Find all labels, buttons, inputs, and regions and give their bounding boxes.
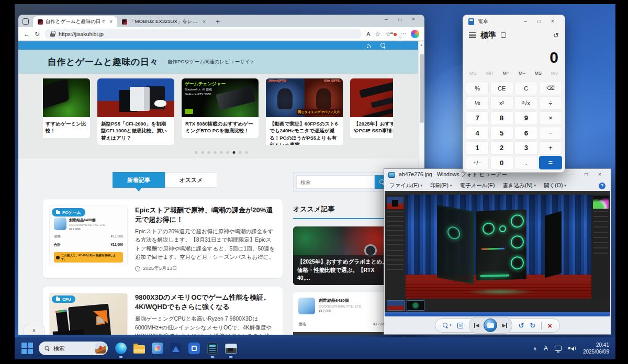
carousel-dots[interactable] bbox=[195, 151, 248, 154]
network-icon[interactable] bbox=[555, 346, 562, 351]
menu-open[interactable]: 開く(O)▾ bbox=[544, 182, 566, 189]
help-icon[interactable]: ? bbox=[599, 183, 605, 189]
key-equals[interactable]: = bbox=[539, 156, 562, 169]
search-input[interactable] bbox=[296, 175, 375, 189]
taskbar-clock[interactable]: 20:41 2025/06/09 bbox=[583, 342, 609, 355]
key-8[interactable]: 8 bbox=[490, 111, 513, 125]
browser-minimize-button[interactable]: – bbox=[379, 17, 393, 22]
next-button[interactable]: ▶ bbox=[502, 323, 507, 328]
tray-chevron-icon[interactable]: ∧ bbox=[533, 346, 537, 351]
tab-close-icon[interactable]: × bbox=[109, 19, 113, 25]
scrollbar-thumb[interactable] bbox=[420, 54, 424, 123]
taskbar-file-explorer[interactable] bbox=[132, 341, 146, 356]
key-backspace[interactable]: ⌫ bbox=[539, 82, 562, 95]
history-icon[interactable]: ↺ bbox=[553, 31, 559, 39]
browser-tab-inactive[interactable]: 「MOBIUZ EX321UX」をレビュー。HD × bbox=[117, 16, 210, 27]
new-tab-button[interactable]: + bbox=[216, 17, 220, 26]
rss-icon[interactable] bbox=[366, 43, 372, 49]
article-item[interactable]: PCゲーム 創世結晶6480個 COGNOSPHERE PTE. LTD. ¥1… bbox=[43, 199, 283, 278]
key-square[interactable]: x² bbox=[490, 96, 513, 110]
slideshow-button[interactable] bbox=[484, 318, 497, 332]
menu-file[interactable]: ファイル(F)▾ bbox=[389, 182, 422, 189]
browser-close-button[interactable]: × bbox=[407, 17, 420, 22]
menu-print[interactable]: 印刷(P)▾ bbox=[430, 182, 452, 189]
memory-list-button[interactable]: M∨ bbox=[551, 71, 558, 76]
zoom-button[interactable]: ▾ bbox=[443, 323, 452, 328]
article-item[interactable]: CPU 9800X3DのメモリOCでゲーム性能を検証。4K/WQHDでもさらに強… bbox=[43, 287, 283, 335]
taskbar-blue-app[interactable] bbox=[187, 341, 201, 356]
key-4[interactable]: 4 bbox=[466, 126, 489, 140]
taskbar-photo-viewer[interactable] bbox=[224, 341, 238, 356]
keep-on-top-icon[interactable] bbox=[501, 32, 506, 38]
key-5[interactable]: 5 bbox=[490, 126, 513, 140]
rotate-right-button[interactable]: ↻ bbox=[530, 322, 535, 329]
scroll-to-top-button[interactable]: ∧ bbox=[24, 325, 44, 335]
taskbar-edge[interactable] bbox=[114, 341, 128, 356]
rotate-left-button[interactable]: ↺ bbox=[518, 322, 524, 329]
copilot-icon[interactable] bbox=[411, 30, 419, 38]
key-add[interactable]: + bbox=[539, 141, 562, 155]
key-3[interactable]: 3 bbox=[514, 141, 537, 155]
pv-maximize-button[interactable]: □ bbox=[579, 172, 593, 177]
key-divide[interactable]: ÷ bbox=[539, 96, 562, 110]
site-title[interactable]: 自作とゲームと趣味の日々 bbox=[48, 56, 159, 68]
delete-button[interactable]: × bbox=[547, 322, 552, 329]
key-percent[interactable]: % bbox=[466, 82, 489, 95]
tab-new-articles[interactable]: 新着記事 bbox=[113, 172, 165, 188]
memory-subtract-button[interactable]: M− bbox=[519, 71, 525, 76]
key-clear[interactable]: C bbox=[514, 82, 537, 95]
carousel-card[interactable]: すすめゲーミン比較！ bbox=[43, 78, 90, 138]
taskbar-calculator[interactable] bbox=[206, 341, 219, 356]
back-button[interactable]: ← bbox=[24, 30, 30, 38]
key-clear-entry[interactable]: CE bbox=[490, 82, 513, 95]
carousel-card[interactable]: 240Hz (60FPS) 60Hz (60FPS) 同じタイミングでパリィ入力… bbox=[266, 78, 343, 145]
key-decimal[interactable]: . bbox=[514, 156, 537, 169]
key-reciprocal[interactable]: ⅟x bbox=[466, 96, 489, 110]
key-1[interactable]: 1 bbox=[466, 141, 489, 155]
recommended-article[interactable]: 創世結晶6480個 COGNOSPHERE PTE. LTD. ¥12,000 … bbox=[293, 292, 392, 335]
pv-close-button[interactable]: × bbox=[593, 172, 607, 177]
key-2[interactable]: 2 bbox=[490, 141, 513, 155]
browser-tab-active[interactable]: 自作とゲームと趣味の日々 × bbox=[33, 16, 117, 27]
key-negate[interactable]: +/− bbox=[466, 156, 489, 169]
article-title[interactable]: 9800X3DのメモリOCでゲーム性能を検証。4K/WQHDでもさらに強くなる bbox=[135, 293, 276, 311]
tab-recommended[interactable]: オススメ bbox=[165, 172, 217, 188]
tab-actions-icon[interactable] bbox=[23, 18, 29, 25]
favorite-icon[interactable]: ☆ bbox=[375, 30, 380, 38]
key-9[interactable]: 9 bbox=[514, 111, 537, 125]
key-square-root[interactable]: ²√x bbox=[514, 96, 537, 110]
calc-maximize-button[interactable]: □ bbox=[532, 19, 546, 24]
menu-burn[interactable]: 書き込み(N)▾ bbox=[502, 182, 536, 189]
previous-button[interactable]: ◀ bbox=[474, 323, 479, 328]
memory-recall-button[interactable]: MR bbox=[486, 71, 494, 76]
site-search-icon[interactable] bbox=[380, 43, 386, 48]
memory-add-button[interactable]: M+ bbox=[503, 71, 510, 76]
start-button[interactable] bbox=[21, 342, 33, 355]
menu-email[interactable]: 電子メール(E) bbox=[459, 182, 495, 189]
browser-maximize-button[interactable]: □ bbox=[393, 17, 407, 22]
carousel-card[interactable]: 新型PS5「CFI-2000」を初期型CFI-1000と徹底比較。買い替えはアリ… bbox=[97, 78, 174, 145]
memory-store-button[interactable]: MS bbox=[535, 71, 542, 76]
carousel-card[interactable]: ゲームチェンジャー Blackwell と AI 搭載 GeForce RTX … bbox=[182, 78, 259, 138]
pv-minimize-button[interactable]: – bbox=[566, 172, 579, 177]
scrollbar-up-arrow[interactable]: ▲ bbox=[419, 41, 424, 47]
key-7[interactable]: 7 bbox=[466, 111, 489, 125]
taskbar-movies-app[interactable] bbox=[169, 341, 183, 356]
address-bar[interactable]: https://jisakuhibi.jp bbox=[44, 29, 362, 39]
volume-icon[interactable] bbox=[568, 346, 576, 351]
read-aloud-icon[interactable]: A bbox=[366, 31, 370, 37]
calc-close-button[interactable]: × bbox=[546, 19, 559, 24]
key-0[interactable]: 0 bbox=[490, 156, 513, 169]
tab-close-icon[interactable]: × bbox=[203, 19, 206, 25]
refresh-button[interactable]: ↻ bbox=[35, 30, 40, 38]
key-subtract[interactable]: − bbox=[539, 126, 562, 140]
hamburger-menu-icon[interactable] bbox=[469, 32, 476, 38]
carousel-card[interactable]: 【2025年】おすすTLC/QLC型やPCIE SSD事情を徹底解 bbox=[350, 78, 393, 138]
taskbar-search[interactable]: 検索 bbox=[39, 342, 108, 355]
fit-to-window-button[interactable] bbox=[457, 323, 463, 328]
ime-indicator[interactable]: A bbox=[544, 345, 548, 352]
key-multiply[interactable]: × bbox=[539, 111, 562, 125]
favorites-list-icon[interactable]: ☆ bbox=[385, 30, 391, 38]
key-6[interactable]: 6 bbox=[514, 126, 537, 140]
taskbar-photos-app[interactable] bbox=[151, 341, 164, 356]
